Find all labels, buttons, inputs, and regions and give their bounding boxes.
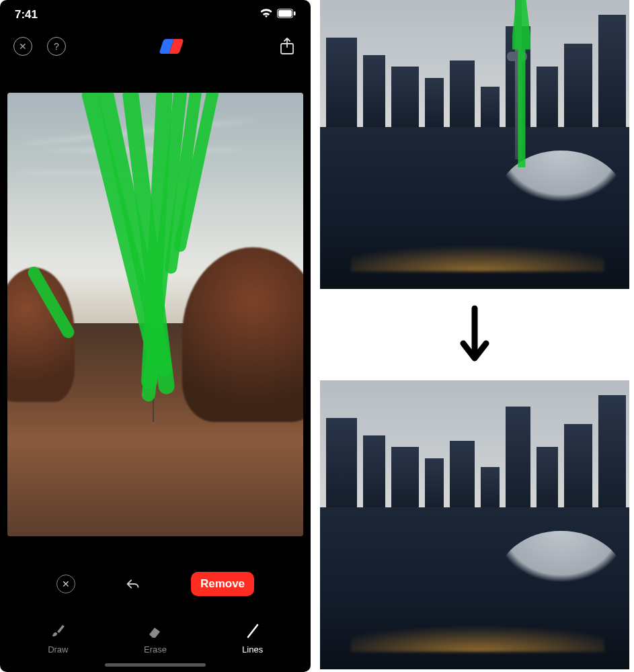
tool-tabs: Draw Erase Lines — [0, 607, 311, 672]
svg-rect-2 — [294, 11, 296, 15]
tool-label: Erase — [144, 644, 167, 655]
home-indicator[interactable] — [105, 663, 206, 667]
phone-editor-screen: 7:41 ✕ ? — [0, 0, 311, 672]
line-icon — [243, 622, 262, 640]
eraser-icon — [161, 39, 182, 54]
clear-marks-button[interactable]: ✕ — [56, 575, 75, 593]
eraser-tool-indicator — [161, 36, 182, 56]
share-icon — [280, 38, 294, 55]
close-icon: ✕ — [19, 41, 27, 52]
brush-icon — [48, 622, 67, 640]
before-image — [320, 0, 629, 289]
help-icon: ? — [54, 41, 59, 52]
arrow-down-icon — [454, 301, 495, 368]
after-image — [320, 380, 629, 669]
eraser-outline-icon — [146, 622, 165, 640]
canvas-area — [0, 63, 311, 560]
top-nav: ✕ ? — [0, 30, 311, 63]
tool-erase[interactable]: Erase — [125, 622, 186, 655]
tool-label: Draw — [48, 644, 68, 655]
remove-button[interactable]: Remove — [191, 572, 254, 596]
remove-button-label: Remove — [200, 577, 245, 590]
undo-button[interactable] — [124, 575, 143, 593]
status-icons — [260, 8, 296, 22]
status-bar: 7:41 — [0, 0, 311, 30]
close-button[interactable]: ✕ — [13, 37, 32, 56]
tool-lines[interactable]: Lines — [223, 622, 283, 655]
close-icon: ✕ — [62, 579, 70, 589]
svg-line-4 — [248, 625, 257, 637]
action-row: ✕ Remove — [0, 560, 311, 607]
battery-icon — [277, 8, 296, 22]
share-button[interactable] — [277, 36, 297, 56]
tool-label: Lines — [242, 644, 263, 655]
photo-canvas[interactable] — [7, 93, 303, 536]
tool-draw[interactable]: Draw — [28, 622, 88, 655]
before-after-panel — [320, 0, 629, 672]
svg-rect-1 — [278, 10, 292, 17]
help-button[interactable]: ? — [47, 37, 66, 56]
undo-icon — [124, 577, 143, 591]
wifi-icon — [260, 8, 273, 22]
status-time: 7:41 — [15, 8, 38, 22]
